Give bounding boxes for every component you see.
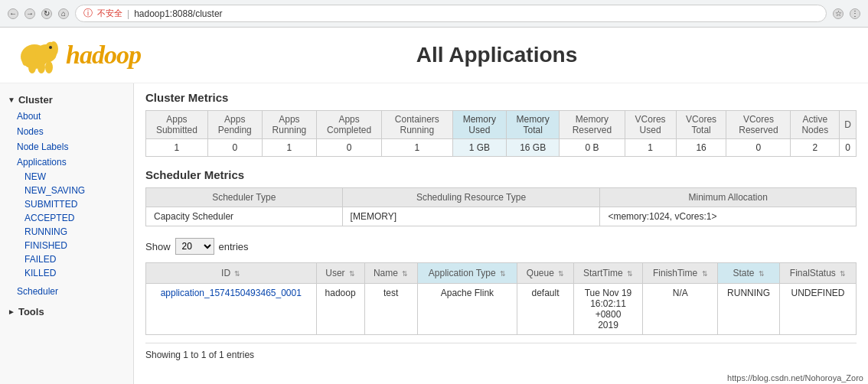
sidebar-tools-section: ► Tools	[0, 303, 133, 321]
col-app-state[interactable]: State ⇅	[718, 263, 780, 284]
scheduler-metrics-title: Scheduler Metrics	[145, 168, 857, 181]
col-apps-submitted: Apps Submitted	[146, 111, 208, 139]
reload-button[interactable]: ↻	[41, 8, 52, 19]
sidebar-sub-accepted[interactable]: ACCEPTED	[0, 211, 133, 225]
page-container: hadoop All Applications ▼ Cluster About …	[0, 28, 868, 384]
cell-app-type: Apache Flink	[417, 284, 517, 335]
col-app-finishtime[interactable]: FinishTime ⇅	[643, 263, 718, 284]
cell-app-finalstatus: UNDEFINED	[779, 284, 856, 335]
user-sort-icon: ⇅	[349, 270, 355, 278]
col-app-name[interactable]: Name ⇅	[364, 263, 417, 284]
col-containers-running: Containers Running	[382, 111, 453, 139]
col-app-queue[interactable]: Queue ⇅	[517, 263, 573, 284]
show-entries-row: Show 10 20 50 100 entries	[145, 238, 857, 255]
col-app-type[interactable]: Application Type ⇅	[417, 263, 517, 284]
col-memory-total: Memory Total	[507, 111, 560, 139]
val-scheduling-resource-type: [MEMORY]	[342, 207, 600, 226]
col-app-finalstatus[interactable]: FinalStatus ⇅	[779, 263, 856, 284]
cluster-label: Cluster	[18, 94, 53, 106]
cell-app-starttime: Tue Nov 1916:02:11+08002019	[573, 284, 643, 335]
val-vcores-used: 1	[625, 139, 676, 157]
val-minimum-allocation: <memory:1024, vCores:1>	[600, 207, 857, 226]
sidebar-sub-killed[interactable]: KILLED	[0, 266, 133, 280]
col-app-starttime[interactable]: StartTime ⇅	[573, 263, 643, 284]
show-label: Show	[145, 241, 171, 252]
col-minimum-allocation: Minimum Allocation	[600, 188, 857, 207]
address-bar[interactable]: ⓘ 不安全 | hadoop1:8088/cluster	[75, 5, 827, 22]
cell-app-finishtime: N/A	[643, 284, 718, 335]
sidebar-sub-new[interactable]: NEW	[0, 170, 133, 184]
page-body: ▼ Cluster About Nodes Node Labels Applic…	[0, 83, 868, 384]
home-button[interactable]: ⌂	[58, 8, 69, 19]
back-button[interactable]: ←	[8, 8, 18, 19]
sidebar-sub-running[interactable]: RUNNING	[0, 225, 133, 239]
page-title: All Applications	[141, 43, 853, 67]
col-apps-running: Apps Running	[262, 111, 317, 139]
cell-app-name: test	[364, 284, 417, 335]
entries-select[interactable]: 10 20 50 100	[175, 238, 214, 255]
id-sort-icon: ⇅	[234, 270, 240, 278]
cell-app-user: hadoop	[316, 284, 364, 335]
col-d: D	[840, 111, 857, 139]
menu-button[interactable]: ⋮	[850, 8, 860, 19]
cluster-metrics-table: Apps Submitted Apps Pending Apps Running…	[145, 110, 857, 157]
val-memory-reserved: 0 B	[560, 139, 625, 157]
col-apps-pending: Apps Pending	[207, 111, 262, 139]
cell-app-queue: default	[517, 284, 573, 335]
col-app-id[interactable]: ID ⇅	[146, 263, 317, 284]
name-sort-icon: ⇅	[402, 270, 408, 278]
sidebar-sub-finished[interactable]: FINISHED	[0, 239, 133, 252]
sidebar: ▼ Cluster About Nodes Node Labels Applic…	[0, 83, 134, 384]
tools-label: Tools	[18, 306, 44, 317]
state-sort-icon: ⇅	[759, 270, 765, 278]
apps-header-row: ID ⇅ User ⇅ Name ⇅ Application Type ⇅ Qu…	[146, 263, 857, 284]
cluster-section-header[interactable]: ▼ Cluster	[0, 91, 133, 109]
col-active-nodes: Active Nodes	[791, 111, 840, 139]
footer-watermark: https://blog.csdn.net/Nohoroya_Zoro	[723, 372, 868, 384]
val-vcores-total: 16	[676, 139, 726, 157]
applications-table: ID ⇅ User ⇅ Name ⇅ Application Type ⇅ Qu…	[145, 262, 857, 335]
col-app-user[interactable]: User ⇅	[316, 263, 364, 284]
sidebar-scheduler-section: Scheduler	[0, 284, 133, 299]
metrics-header-row: Apps Submitted Apps Pending Apps Running…	[146, 111, 857, 139]
col-scheduling-resource-type: Scheduling Resource Type	[342, 188, 600, 207]
sidebar-item-applications[interactable]: Applications	[0, 155, 133, 170]
type-sort-icon: ⇅	[500, 270, 506, 278]
val-active-nodes: 2	[791, 139, 840, 157]
tools-arrow-icon: ►	[8, 308, 15, 316]
sidebar-sub-submitted[interactable]: SUBMITTED	[0, 197, 133, 211]
col-vcores-used: VCores Used	[625, 111, 676, 139]
bookmark-button[interactable]: ☆	[833, 8, 844, 19]
table-row: application_1574150493465_0001 hadoop te…	[146, 284, 857, 335]
queue-sort-icon: ⇅	[558, 270, 564, 278]
sidebar-item-about[interactable]: About	[0, 109, 133, 124]
starttime-sort-icon: ⇅	[627, 270, 633, 278]
sidebar-item-nodes[interactable]: Nodes	[0, 124, 133, 139]
svg-point-3	[38, 61, 45, 73]
finishtime-sort-icon: ⇅	[702, 270, 708, 278]
val-apps-submitted: 1	[146, 139, 208, 157]
forward-button[interactable]: →	[24, 8, 35, 19]
app-id-link[interactable]: application_1574150493465_0001	[161, 288, 302, 298]
sidebar-sub-failed[interactable]: FAILED	[0, 252, 133, 266]
tools-section-header[interactable]: ► Tools	[0, 303, 133, 321]
cell-app-state: RUNNING	[718, 284, 780, 335]
svg-point-7	[49, 46, 52, 49]
sidebar-item-nodelabels[interactable]: Node Labels	[0, 139, 133, 155]
val-apps-pending: 0	[207, 139, 262, 157]
val-apps-running: 1	[262, 139, 317, 157]
svg-point-4	[45, 61, 53, 73]
hadoop-logo: hadoop	[15, 35, 141, 75]
col-memory-reserved: Memory Reserved	[560, 111, 625, 139]
val-memory-total: 16 GB	[507, 139, 560, 157]
url-text: hadoop1:8088/cluster	[134, 8, 222, 19]
sidebar-sub-new-saving[interactable]: NEW_SAVING	[0, 184, 133, 197]
browser-chrome: ← → ↻ ⌂ ⓘ 不安全 | hadoop1:8088/cluster ☆ ⋮	[0, 0, 868, 28]
sidebar-item-scheduler[interactable]: Scheduler	[0, 284, 133, 299]
page-header: hadoop All Applications	[0, 28, 868, 83]
val-apps-completed: 0	[317, 139, 382, 157]
security-icon: ⓘ	[83, 7, 93, 20]
svg-point-2	[28, 61, 36, 73]
elephant-logo-svg	[15, 35, 63, 75]
cluster-arrow-icon: ▼	[8, 96, 15, 104]
